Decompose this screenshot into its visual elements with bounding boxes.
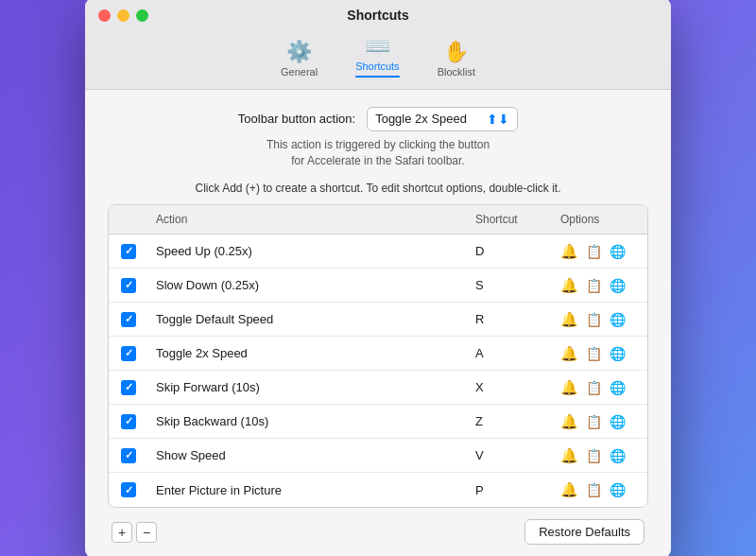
row-0-options: 🔔 📋 🌐 xyxy=(553,239,647,264)
table-row: Skip Backward (10s) Z 🔔 📋 🌐 xyxy=(109,405,647,439)
globe-icon[interactable]: 🌐 xyxy=(610,244,626,259)
row-7-options: 🔔 📋 🌐 xyxy=(553,478,647,502)
bell-icon[interactable]: 🔔 xyxy=(560,345,578,362)
bell-icon[interactable]: 🔔 xyxy=(560,413,578,430)
bell-icon[interactable]: 🔔 xyxy=(560,481,578,498)
row-6-checkbox[interactable] xyxy=(121,448,136,463)
header-action: Action xyxy=(148,211,468,228)
maximize-button[interactable] xyxy=(136,9,148,22)
table-row: Enter Picture in Picture P 🔔 📋 🌐 xyxy=(109,473,647,507)
bell-icon[interactable]: 🔔 xyxy=(560,379,578,396)
row-7-checkbox[interactable] xyxy=(121,482,136,497)
globe-icon[interactable]: 🌐 xyxy=(610,414,626,429)
row-1-checkbox-cell xyxy=(109,274,148,297)
row-5-checkbox-cell xyxy=(109,410,148,433)
row-2-checkbox[interactable] xyxy=(121,312,136,327)
row-2-options: 🔔 📋 🌐 xyxy=(553,307,647,332)
row-5-action: Skip Backward (10s) xyxy=(148,410,468,432)
row-6-action: Show Speed xyxy=(148,444,468,466)
row-5-options: 🔔 📋 🌐 xyxy=(553,409,647,434)
row-1-shortcut: S xyxy=(468,274,553,296)
table-row: Toggle Default Speed R 🔔 📋 🌐 xyxy=(109,303,647,337)
doc-icon[interactable]: 📋 xyxy=(586,414,602,429)
row-6-checkbox-cell xyxy=(109,444,148,467)
table-row: Slow Down (0.25x) S 🔔 📋 🌐 xyxy=(109,269,647,303)
row-4-options: 🔔 📋 🌐 xyxy=(553,375,647,400)
row-0-checkbox[interactable] xyxy=(121,244,136,259)
table-row: Toggle 2x Speed A 🔔 📋 🌐 xyxy=(109,337,647,371)
row-2-action: Toggle Default Speed xyxy=(148,308,468,330)
shortcuts-table: Action Shortcut Options Speed Up (0.25x)… xyxy=(108,204,648,508)
tabs-container: ⚙️ General ⌨️ Shortcuts ✋ Blocklist xyxy=(273,32,483,81)
table-row: Skip Forward (10s) X 🔔 📋 🌐 xyxy=(109,371,647,405)
tab-shortcuts[interactable]: ⌨️ Shortcuts xyxy=(348,32,406,81)
general-icon: ⚙️ xyxy=(286,42,312,62)
row-3-checkbox-cell xyxy=(109,342,148,365)
close-button[interactable] xyxy=(98,9,111,22)
doc-icon[interactable]: 📋 xyxy=(586,346,602,361)
row-1-action: Slow Down (0.25x) xyxy=(148,274,468,296)
row-2-checkbox-cell xyxy=(109,308,148,331)
row-7-action: Enter Picture in Picture xyxy=(148,479,468,501)
doc-icon[interactable]: 📋 xyxy=(586,448,602,463)
row-7-checkbox-cell xyxy=(109,478,148,501)
remove-button[interactable]: − xyxy=(136,522,157,543)
doc-icon[interactable]: 📋 xyxy=(586,244,602,259)
tab-active-indicator xyxy=(355,76,399,78)
minimize-button[interactable] xyxy=(117,9,129,22)
tab-blocklist[interactable]: ✋ Blocklist xyxy=(430,38,483,81)
doc-icon[interactable]: 📋 xyxy=(586,380,602,395)
bottom-bar: + − Restore Defaults xyxy=(108,519,648,545)
row-0-action: Speed Up (0.25x) xyxy=(148,240,468,262)
globe-icon[interactable]: 🌐 xyxy=(610,278,626,293)
header-shortcut: Shortcut xyxy=(468,211,553,228)
toolbar-dropdown[interactable]: Toggle 2x Speed ⬆⬇ xyxy=(367,107,518,131)
row-6-shortcut: V xyxy=(468,444,553,466)
main-window: Shortcuts ⚙️ General ⌨️ Shortcuts ✋ Bloc… xyxy=(85,0,671,556)
toolbar-row: Toolbar button action: Toggle 2x Speed ⬆… xyxy=(108,107,648,131)
globe-icon[interactable]: 🌐 xyxy=(610,380,626,395)
add-remove-buttons: + − xyxy=(112,522,157,543)
row-3-options: 🔔 📋 🌐 xyxy=(553,341,647,366)
window-title: Shortcuts xyxy=(347,8,408,23)
row-1-checkbox[interactable] xyxy=(121,278,136,293)
bell-icon[interactable]: 🔔 xyxy=(560,311,578,328)
globe-icon[interactable]: 🌐 xyxy=(610,482,626,497)
header-options: Options xyxy=(553,211,647,228)
row-7-shortcut: P xyxy=(468,479,553,501)
tab-general[interactable]: ⚙️ General xyxy=(273,38,325,81)
restore-defaults-button[interactable]: Restore Defaults xyxy=(524,519,644,545)
dropdown-arrow-icon: ⬆⬇ xyxy=(487,112,509,127)
tab-blocklist-label: Blocklist xyxy=(438,66,475,78)
bell-icon[interactable]: 🔔 xyxy=(560,277,578,294)
row-4-checkbox-cell xyxy=(109,376,148,399)
row-0-checkbox-cell xyxy=(109,240,148,263)
table-row: Show Speed V 🔔 📋 🌐 xyxy=(109,439,647,473)
globe-icon[interactable]: 🌐 xyxy=(610,346,626,361)
doc-icon[interactable]: 📋 xyxy=(586,312,602,327)
shortcuts-icon: ⌨️ xyxy=(365,36,390,57)
header-checkbox xyxy=(109,211,148,228)
bell-icon[interactable]: 🔔 xyxy=(560,447,578,464)
doc-icon[interactable]: 📋 xyxy=(586,278,602,293)
globe-icon[interactable]: 🌐 xyxy=(610,448,626,463)
globe-icon[interactable]: 🌐 xyxy=(610,312,626,327)
row-4-checkbox[interactable] xyxy=(121,380,136,395)
toolbar-label: Toolbar button action: xyxy=(238,112,355,126)
table-header: Action Shortcut Options xyxy=(109,205,647,235)
row-4-shortcut: X xyxy=(468,376,553,398)
add-button[interactable]: + xyxy=(112,522,132,543)
bell-icon[interactable]: 🔔 xyxy=(560,243,578,260)
toolbar-description: This action is triggered by clicking the… xyxy=(108,137,648,169)
doc-icon[interactable]: 📋 xyxy=(586,482,602,497)
content-area: Toolbar button action: Toggle 2x Speed ⬆… xyxy=(85,90,671,556)
row-1-options: 🔔 📋 🌐 xyxy=(553,273,647,298)
table-row: Speed Up (0.25x) D 🔔 📋 🌐 xyxy=(109,235,647,269)
traffic-lights xyxy=(98,9,148,22)
row-3-shortcut: A xyxy=(468,342,553,364)
row-3-action: Toggle 2x Speed xyxy=(148,342,468,364)
row-5-checkbox[interactable] xyxy=(121,414,136,429)
row-0-shortcut: D xyxy=(468,240,553,262)
dropdown-value: Toggle 2x Speed xyxy=(375,112,467,126)
row-3-checkbox[interactable] xyxy=(121,346,136,361)
